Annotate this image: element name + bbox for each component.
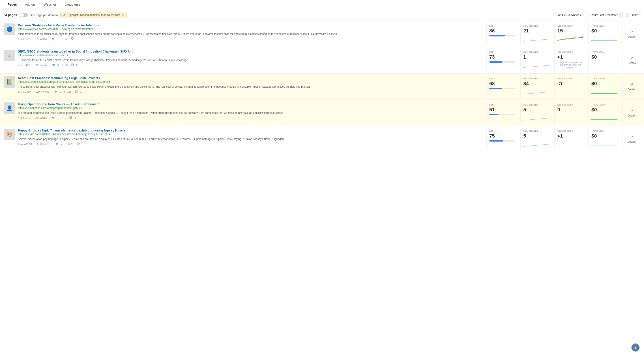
- details-trend-icon: ↗: [630, 134, 633, 139]
- export-button[interactable]: 📄 Export: [622, 12, 640, 18]
- result-date: 18 Jul 2019: [18, 90, 31, 93]
- result-words: 381 words: [36, 117, 47, 119]
- dr-bar-wrap: [489, 140, 515, 142]
- tab-languages[interactable]: Languages: [61, 0, 84, 9]
- result-meta: 18 Jul 2019 · 2,167 words · 🐦 9 f 125 💬 …: [18, 90, 484, 93]
- traffic-value-chart: [592, 88, 617, 96]
- ref-domains-value: 5: [523, 107, 549, 113]
- result-meta: 4 Jun 2019 · 381 words · 🐦 7 f 0 💬 0: [18, 116, 484, 119]
- organic-traffic-label: Organic traffic: [557, 50, 583, 53]
- traffic-value-chart: [592, 61, 617, 69]
- toolbar: 54 pages One page per domain 🔗 Highlight…: [0, 9, 644, 21]
- highlight-close-btn[interactable]: ✕: [121, 13, 124, 17]
- tab-websites[interactable]: Websites: [40, 0, 61, 9]
- ref-domains-value: 34: [523, 81, 549, 87]
- dr-label: DR: [489, 130, 515, 132]
- organic-traffic-label: Organic traffic: [557, 77, 583, 80]
- url-arrow-icon: ▾: [80, 106, 82, 110]
- dr-metric: DR 75: [486, 129, 518, 149]
- ref-domains-metric: Ref. domains 21: [520, 23, 552, 44]
- traffic-value-metric: Traffic value $0: [588, 102, 620, 123]
- details-cell: ↗ Details: [622, 129, 640, 149]
- result-comments: 0: [76, 64, 78, 66]
- result-snippet: Is it fair and correct to use Open Sourc…: [18, 111, 484, 115]
- comment-icon: 💬: [69, 116, 72, 119]
- result-title[interactable]: Using Open Source from Giants — Anselm H…: [18, 102, 484, 106]
- meta-sep: ·: [34, 143, 35, 145]
- facebook-icon: f: [62, 117, 62, 119]
- details-trend-icon: ↗: [630, 108, 633, 113]
- traffic-value-label: Traffic value: [592, 50, 617, 53]
- trends-chevron-icon: ▾: [616, 13, 618, 16]
- result-title[interactable]: Happy Birthday Nip!: T.I. unveils new ar…: [18, 129, 484, 132]
- result-facebook: 125: [67, 90, 71, 93]
- traffic-value-value: $0: [592, 107, 617, 113]
- export-label: Export: [630, 13, 638, 16]
- organic-traffic-chart: [557, 34, 583, 42]
- organic-traffic-label: Organic traffic: [557, 24, 583, 27]
- meta-sep2: ·: [52, 90, 52, 93]
- details-label: Details: [628, 140, 636, 143]
- details-label: Details: [628, 88, 636, 91]
- tab-pages[interactable]: Pages: [4, 0, 21, 9]
- details-trend-icon: ↗: [630, 56, 633, 61]
- result-meta: 14 Aug 2019 · 1,009 words · 🐦 7 f 6.2K 💬…: [18, 143, 484, 145]
- trends-label: Trends: Last 6 months: [589, 13, 616, 16]
- result-snippet: Micro frontends is an architectural styl…: [18, 32, 484, 36]
- details-button[interactable]: ↗ Details: [628, 82, 636, 91]
- ref-domains-label: Ref. domains: [523, 103, 549, 106]
- result-url-link[interactable]: https://www.stfx.ca/about/news/stfx-nscc: [18, 54, 66, 57]
- details-cell: ↗ Details: [622, 76, 640, 97]
- details-button[interactable]: ↗ Details: [628, 29, 636, 38]
- dr-bar: [489, 140, 503, 142]
- traffic-value-label: Traffic value: [592, 77, 617, 80]
- tab-authors[interactable]: Authors: [21, 0, 40, 9]
- details-button[interactable]: ↗ Details: [628, 56, 636, 65]
- dr-bar: [489, 61, 502, 63]
- twitter-icon: 🐦: [52, 63, 55, 66]
- facebook-icon: f: [64, 90, 65, 93]
- facebook-icon: f: [62, 37, 62, 40]
- result-title[interactable]: StFX, NSCC students team together in Soc…: [18, 50, 484, 53]
- result-comments: 0: [80, 90, 81, 93]
- result-url-link[interactable]: https://helloanselm.com/writings/open-so…: [18, 106, 80, 110]
- result-url-link[interactable]: https://buttercms.com/blog/react-best-pr…: [18, 80, 108, 83]
- result-title[interactable]: Decision Strategies for a Micro Frontend…: [18, 23, 484, 27]
- tabs-bar: Pages Authors Websites Languages: [0, 0, 644, 9]
- traffic-value-value: $0: [592, 81, 617, 87]
- details-cell: ↗ Details: [622, 50, 640, 71]
- facebook-icon: f: [62, 64, 63, 66]
- result-title[interactable]: React Best Practices: Maintaining Large …: [18, 76, 484, 80]
- meta-sep2: ·: [49, 117, 50, 119]
- result-meta: 1 Jan 2020 · 778 words · 🐦 4 f 39 💬 0: [18, 37, 484, 40]
- tabs-container: Pages Authors Websites Languages: [0, 0, 644, 9]
- traffic-value-metric: Traffic value $0: [588, 50, 620, 71]
- traffic-value-value: $0: [592, 133, 617, 139]
- result-url-link[interactable]: https://www.infoq.com/news/2020/01/strat…: [18, 27, 94, 31]
- organic-traffic-label: Organic traffic: [557, 103, 583, 106]
- result-date: 2 Feb 2018: [18, 64, 30, 66]
- result-url: https://helloanselm.com/writings/open-so…: [18, 106, 484, 110]
- traffic-value-value: $0: [592, 28, 617, 34]
- details-label: Details: [628, 35, 636, 38]
- result-twitter: 4: [57, 37, 58, 40]
- details-label: Details: [628, 114, 636, 117]
- dr-bar: [489, 114, 498, 115]
- result-content: Using Open Source from Giants — Anselm H…: [18, 102, 484, 123]
- dr-value: 75: [489, 133, 515, 139]
- one-page-toggle[interactable]: [20, 13, 28, 17]
- trends-button[interactable]: Trends: Last 6 months ▾: [586, 12, 621, 18]
- details-button[interactable]: ↗ Details: [628, 134, 636, 143]
- ref-domains-chart: [523, 61, 549, 69]
- result-thumbnail: ▲: [4, 50, 15, 61]
- result-url-link[interactable]: https://thegrio.com/2019/08/14/ti-unveil…: [18, 133, 108, 136]
- details-button[interactable]: ↗ Details: [628, 108, 636, 117]
- ref-domains-label: Ref. domains: [523, 50, 549, 53]
- result-twitter: 7: [61, 143, 62, 145]
- twitter-icon: 🐦: [52, 37, 55, 40]
- meta-sep: ·: [33, 64, 33, 66]
- result-facebook: 39: [65, 37, 68, 40]
- result-facebook: 60: [65, 64, 68, 66]
- ref-domains-chart: [523, 140, 549, 148]
- sort-button[interactable]: Sort by: Relevance ▾: [554, 12, 584, 18]
